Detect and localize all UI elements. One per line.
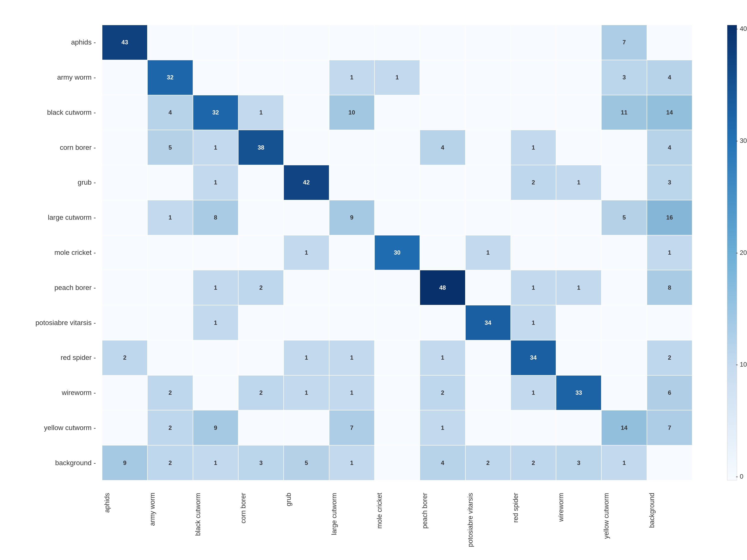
cell-2-9 [511,95,556,130]
col-labels-area: aphidsarmy wormblack cutwormcorn borergr… [102,490,692,560]
cell-4-11 [601,165,647,200]
cell-12-7: 4 [420,445,465,480]
cell-0-8 [465,25,511,60]
colorbar-tick-30: - 30 [736,137,740,144]
cell-1-10 [556,60,601,95]
cell-8-7 [420,305,465,340]
cell-1-9 [511,60,556,95]
colorbar: - 40- 30- 20- 10- 0 [725,25,740,480]
cell-1-12: 4 [647,60,692,95]
cell-10-3: 2 [238,375,284,410]
grid-row-11: 2971147 [102,410,692,445]
cell-11-5: 7 [329,410,375,445]
cell-5-10 [556,200,601,235]
cell-12-3: 3 [238,445,284,480]
cell-0-12 [647,25,692,60]
cell-4-7 [420,165,465,200]
cell-10-11 [601,375,647,410]
cell-7-1 [148,270,193,305]
cell-3-11 [601,130,647,165]
col-labels: aphidsarmy wormblack cutwormcorn borergr… [102,490,692,560]
cell-1-0 [102,60,148,95]
grid-row-10: 221121336 [102,375,692,410]
row-label-wireworm: wireworm - [25,375,100,410]
cell-2-1: 4 [148,95,193,130]
cell-0-7 [420,25,465,60]
cell-1-5: 1 [329,60,375,95]
cell-3-6 [375,130,420,165]
cell-5-12: 16 [647,200,692,235]
cell-1-4 [284,60,329,95]
colorbar-tick-40: - 40 [736,25,740,33]
cell-9-3 [238,340,284,375]
cell-10-8 [465,375,511,410]
cell-4-12: 3 [647,165,692,200]
row-label-army-worm: army worm - [25,60,100,95]
cell-0-2 [193,25,238,60]
cell-3-8 [465,130,511,165]
cell-9-11 [601,340,647,375]
cell-0-3 [238,25,284,60]
cell-9-1 [148,340,193,375]
row-label-corn-borer: corn borer - [25,130,100,165]
cell-7-7: 48 [420,270,465,305]
cell-3-4 [284,130,329,165]
cell-5-7 [420,200,465,235]
cell-2-10 [556,95,601,130]
cell-0-0: 43 [102,25,148,60]
cell-6-10 [556,235,601,270]
cell-6-4: 1 [284,235,329,270]
cell-4-4: 42 [284,165,329,200]
colorbar-tick-20: - 20 [736,249,740,257]
cell-11-3 [238,410,284,445]
cell-6-11 [601,235,647,270]
cell-5-9 [511,200,556,235]
cell-6-8: 1 [465,235,511,270]
cell-0-1 [148,25,193,60]
cell-8-10 [556,305,601,340]
cell-9-4: 1 [284,340,329,375]
cell-10-6 [375,375,420,410]
cell-9-8 [465,340,511,375]
colorbar-tick-0: - 0 [736,473,740,480]
cell-8-6 [375,305,420,340]
cell-6-9 [511,235,556,270]
row-label-peach-borer: peach borer - [25,270,100,305]
cell-5-11: 5 [601,200,647,235]
cell-7-12: 8 [647,270,692,305]
cell-3-7: 4 [420,130,465,165]
cell-7-6 [375,270,420,305]
cell-8-9: 1 [511,305,556,340]
cell-10-2 [193,375,238,410]
cell-9-9: 34 [511,340,556,375]
cell-7-9: 1 [511,270,556,305]
cell-12-1: 2 [148,445,193,480]
row-label-grub: grub - [25,165,100,200]
cell-0-5 [329,25,375,60]
cell-10-9: 1 [511,375,556,410]
cell-8-1 [148,305,193,340]
cell-2-11: 11 [601,95,647,130]
cell-11-0 [102,410,148,445]
cell-8-11 [601,305,647,340]
cell-7-11 [601,270,647,305]
cell-4-5 [329,165,375,200]
cell-8-2: 1 [193,305,238,340]
row-labels: aphids -army worm -black cutworm -corn b… [25,25,100,480]
cell-12-9: 2 [511,445,556,480]
cell-8-3 [238,305,284,340]
cell-10-12: 6 [647,375,692,410]
cell-4-3 [238,165,284,200]
cell-12-8: 2 [465,445,511,480]
cell-7-5 [329,270,375,305]
cell-11-7: 1 [420,410,465,445]
col-label-background: background [647,490,692,560]
col-label-peach-borer: peach borer [420,490,465,560]
cell-7-3: 2 [238,270,284,305]
cell-6-0 [102,235,148,270]
grid-row-8: 1341 [102,305,692,340]
cell-9-5: 1 [329,340,375,375]
cell-8-12 [647,305,692,340]
grid-row-1: 321134 [102,60,692,95]
cell-9-0: 2 [102,340,148,375]
